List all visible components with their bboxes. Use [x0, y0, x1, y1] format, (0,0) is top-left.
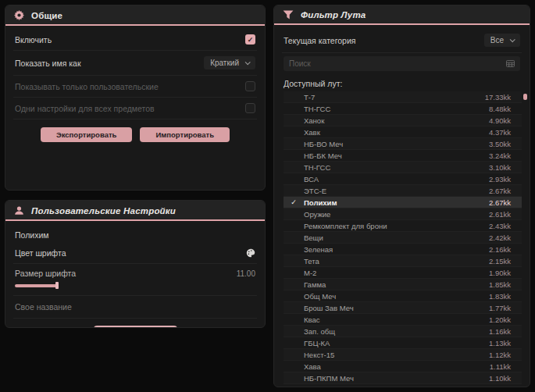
font-size-value: 11.00 — [237, 269, 255, 278]
item-name: ТН-ГСС — [304, 105, 489, 113]
item-value: 1.77kk — [489, 304, 522, 312]
slider-fill — [15, 284, 58, 287]
show-name-dropdown[interactable]: Краткий — [204, 56, 255, 69]
check-icon: ✓ — [284, 198, 304, 206]
font-size-row: Размер шрифта 11.00 — [13, 264, 257, 296]
palette-icon[interactable] — [246, 248, 255, 258]
list-item[interactable]: ВСА2.93kk — [284, 173, 522, 185]
item-name: НБ-ВО Меч — [304, 140, 489, 148]
gear-icon — [14, 10, 24, 20]
only-custom-checkbox[interactable] — [245, 81, 255, 91]
item-value: 4.37kk — [489, 128, 522, 137]
item-name: Квас — [304, 315, 489, 324]
list-item[interactable]: Хавк4.37kk — [284, 127, 522, 138]
font-color-row: Цвет шрифта — [13, 243, 257, 264]
panel-title: Фильтр Лута — [301, 10, 366, 20]
import-button[interactable]: Импортировать — [140, 127, 230, 142]
list-item[interactable]: Ханок4.90kk — [284, 115, 522, 127]
list-item[interactable]: Вещи2.42kk — [284, 232, 522, 244]
show-name-row: Показать имя как Краткий — [13, 51, 257, 76]
item-name: Некст-15 — [304, 351, 489, 359]
list-item[interactable]: М-21.90kk — [284, 267, 522, 279]
item-value: 2.67kk — [489, 187, 522, 195]
scrollbar-thumb[interactable] — [523, 94, 527, 100]
item-value: 1.13kk — [489, 339, 522, 347]
item-value: 1.10kk — [489, 374, 522, 383]
grid-icon[interactable] — [506, 60, 515, 67]
list-item[interactable]: ✓Полихим2.67kk — [284, 197, 522, 208]
item-value: 1.85kk — [489, 280, 522, 289]
list-item[interactable]: Зап. общ1.16kk — [284, 326, 522, 337]
category-dropdown[interactable]: Все — [484, 34, 520, 47]
list-item[interactable]: ГБЦ-КА1.13kk — [284, 337, 522, 349]
slider-handle[interactable] — [55, 282, 59, 289]
funnel-icon — [283, 10, 294, 20]
item-name: Тета — [304, 257, 489, 265]
item-value: 1.16kk — [489, 327, 522, 336]
category-row: Текущая категория Все — [282, 28, 522, 53]
list-item[interactable]: Квас1.20kk — [284, 314, 522, 326]
item-value: 1.20kk — [489, 315, 522, 324]
list-item[interactable]: Зеленая2.16kk — [284, 244, 522, 255]
item-name: Гамма — [304, 280, 489, 289]
loot-filter-panel: Фильтр Лута Текущая категория Все Досту — [273, 5, 530, 387]
item-name: НБ-ПКПМ Меч — [304, 374, 489, 383]
same-settings-checkbox[interactable] — [245, 103, 255, 113]
item-name: Хавк — [304, 128, 489, 137]
item-value: 2.61kk — [489, 210, 522, 219]
item-name: Ханок — [304, 116, 489, 125]
page-root: Общие Включить ✓ Показать имя как Кратки… — [0, 0, 535, 392]
chevron-down-icon — [245, 59, 251, 65]
item-name: Оружие — [304, 210, 489, 219]
item-value: 17.33kk — [485, 93, 522, 102]
list-item[interactable]: ТН-ГСС3.10kk — [284, 162, 522, 173]
list-item[interactable]: Некст-151.12kk — [284, 349, 522, 361]
item-name: ТН-ГСС — [304, 163, 489, 172]
same-settings-label: Одни настройки для всех предметов — [15, 104, 155, 113]
font-size-slider[interactable] — [15, 282, 255, 289]
delete-button[interactable]: Удалить — [94, 326, 177, 328]
only-custom-label: Показывать только пользовательские — [15, 82, 159, 91]
left-column: Общие Включить ✓ Показать имя как Кратки… — [5, 5, 266, 387]
item-name: М-2 — [304, 269, 489, 277]
enable-label: Включить — [15, 35, 52, 45]
custom-name-input[interactable] — [13, 296, 257, 318]
list-item[interactable]: Тета2.15kk — [284, 255, 522, 267]
item-name: Полихим — [304, 198, 489, 207]
item-name: Зап. общ — [304, 327, 489, 336]
item-value: 2.67kk — [489, 198, 522, 207]
font-size-label: Размер шрифта — [15, 269, 76, 278]
general-panel-header: Общие — [5, 5, 265, 26]
item-value: 3.10kk — [489, 163, 522, 172]
list-item[interactable]: Т-717.33kk — [284, 91, 522, 103]
chevron-down-icon — [510, 37, 515, 42]
search-input[interactable] — [289, 59, 469, 68]
item-value: 3.50kk — [489, 140, 522, 148]
list-item[interactable]: Брош Зав Меч1.77kk — [284, 302, 522, 314]
item-name: НБ-БК Меч — [304, 151, 489, 160]
item-name: Ремкомплект для брони — [304, 222, 489, 230]
list-item[interactable]: Хава1.11kk — [284, 361, 522, 372]
list-item[interactable]: НБ-ВО Меч3.50kk — [284, 138, 522, 150]
export-button[interactable]: Экспортировать — [41, 127, 132, 142]
list-item[interactable]: ЭТС-Е2.67kk — [284, 185, 522, 197]
item-name: ВСА — [304, 175, 489, 184]
show-name-value: Краткий — [210, 59, 239, 67]
list-item[interactable]: Оружие2.61kk — [284, 208, 522, 220]
item-name: Хава — [304, 362, 490, 371]
list-item[interactable]: НБ-БК Меч3.24kk — [284, 150, 522, 162]
list-item[interactable]: Гамма1.85kk — [284, 279, 522, 290]
loot-list: Т-717.33kkТН-ГСС8.48kkХанок4.90kkХавк4.3… — [284, 91, 522, 384]
search-box — [284, 56, 520, 71]
enable-row: Включить ✓ — [13, 29, 257, 51]
item-name: Вещи — [304, 233, 489, 242]
list-item[interactable]: НБ-ПКПМ Меч1.10kk — [284, 372, 522, 384]
list-item[interactable]: Ремкомплект для брони2.43kk — [284, 220, 522, 232]
list-item[interactable]: ТН-ГСС8.48kk — [284, 103, 522, 115]
show-name-label: Показать имя как — [15, 59, 81, 68]
list-item[interactable]: Общ Меч1.83kk — [284, 290, 522, 302]
category-value: Все — [490, 36, 504, 45]
enable-checkbox[interactable]: ✓ — [245, 34, 255, 45]
selected-item-name: Полихим — [13, 224, 257, 243]
item-value: 2.42kk — [489, 233, 522, 242]
